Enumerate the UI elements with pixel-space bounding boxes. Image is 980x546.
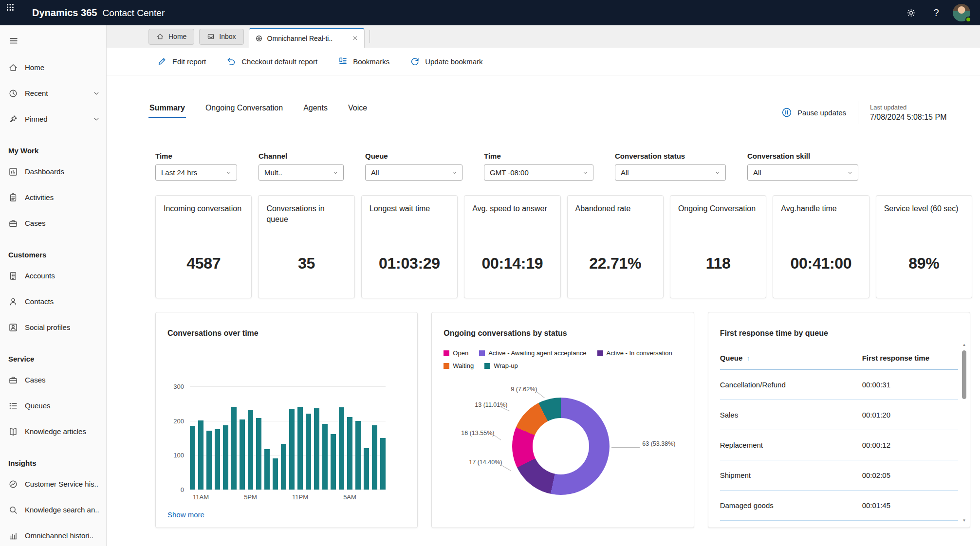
bar[interactable] [339,407,344,490]
gear-icon [906,8,916,18]
window-tab-omnichannel-real-ti[interactable]: Omnichannel Real-ti.. [249,28,365,48]
kpi-card-ongoing-conversation[interactable]: Ongoing Conversation118 [670,195,766,298]
table-row-replacement[interactable]: Replacement00:00:12 [720,430,958,460]
sidebar-item-dashboards[interactable]: Dashboards [0,159,106,184]
table-row-technical-assistance[interactable]: Technical assistance00:00:25 [720,521,958,528]
report-tab-agents[interactable]: Agents [303,104,328,118]
bar[interactable] [355,421,361,490]
legend-item-active-in-conversation[interactable]: Active - In conversation [597,349,672,357]
scroll-up-icon[interactable]: ▲ [961,342,967,348]
column-header-first-response-time[interactable]: First response time [862,354,958,362]
legend-item-wrap-up[interactable]: Wrap-up [484,362,518,369]
kpi-card-conversations-in-queue[interactable]: Conversations in queue35 [258,195,354,298]
bar[interactable] [198,420,203,490]
filter-dropdown-channel[interactable]: Mult.. [259,164,344,181]
sidebar-item-home[interactable]: Home [0,55,106,80]
window-tab-home[interactable]: Home [148,29,194,45]
sidebar-item-knowledge-articles[interactable]: Knowledge articles [0,419,106,444]
bar[interactable] [248,410,253,490]
chart-title: Ongoing conversations by status [444,329,682,338]
bar[interactable] [190,426,195,490]
kpi-card-incoming-conversation[interactable]: Incoming conversation4587 [155,195,252,298]
knowledge-icon [8,427,18,437]
bar[interactable] [364,448,369,490]
sidebar-item-omnichannel-histori[interactable]: Omnichannel histori.. [0,523,106,546]
app-launcher-button[interactable] [6,3,25,22]
table-scrollbar[interactable]: ▲ ▼ [961,342,967,524]
toolbar-button-update-bookmark[interactable]: Update bookmark [410,56,482,66]
sidebar-item-recent[interactable]: Recent [0,80,106,106]
toolbar-button-edit-report[interactable]: Edit report [157,56,206,66]
bar[interactable] [264,449,270,490]
bar[interactable] [273,458,278,490]
sidebar-item-pinned[interactable]: Pinned [0,106,106,132]
chevron-down-icon[interactable] [92,90,100,97]
bar[interactable] [206,431,212,490]
bar[interactable] [314,408,319,490]
user-avatar[interactable] [953,4,970,21]
kpi-card-longest-wait-time[interactable]: Longest wait time01:03:29 [361,195,458,298]
bar[interactable] [215,429,220,490]
bar[interactable] [256,418,261,490]
bar[interactable] [223,425,228,490]
kpi-card-avg-handle-time[interactable]: Avg.handle time00:41:00 [773,195,869,298]
table-row-cancellation-refund[interactable]: Cancellation/Refund00:00:31 [720,370,958,400]
bar[interactable] [331,434,336,490]
legend-item-active-awaiting-agent-acceptance[interactable]: Active - Awaiting agent acceptance [479,349,586,357]
filter-dropdown-queue[interactable]: All [365,164,462,181]
sidebar-item-cases[interactable]: Cases [0,367,106,393]
bar[interactable] [231,407,237,490]
sidebar-item-label: Knowledge search an.. [25,506,99,514]
bar[interactable] [306,414,311,490]
sidebar-item-queues[interactable]: Queues [0,393,106,419]
report-tab-ongoing-conversation[interactable]: Ongoing Conversation [205,104,283,118]
sidebar-item-social-profiles[interactable]: Social profiles [0,314,106,340]
bar[interactable] [347,417,352,490]
pause-updates-label: Pause updates [797,109,846,117]
settings-button[interactable] [902,4,920,21]
table-row-shipment[interactable]: Shipment00:02:05 [720,460,958,491]
chevron-down-icon [847,169,853,176]
collapse-nav-button[interactable] [4,31,23,51]
sidebar-item-knowledge-search-an[interactable]: Knowledge search an.. [0,497,106,523]
bar[interactable] [297,407,303,490]
help-button[interactable]: ? [927,4,945,21]
close-icon[interactable] [352,35,358,41]
kpi-card-service-level-60-sec[interactable]: Service level (60 sec)89% [876,195,972,298]
scroll-down-icon[interactable]: ▼ [961,517,967,524]
bar[interactable] [372,425,377,490]
legend-item-open[interactable]: Open [444,349,468,357]
report-tab-voice[interactable]: Voice [348,104,367,118]
kpi-card-avg-speed-to-answer[interactable]: Avg. speed to answer00:14:19 [464,195,560,298]
chevron-down-icon[interactable] [92,115,100,123]
sidebar-item-cases[interactable]: Cases [0,210,106,236]
filter-dropdown-conversation-skill[interactable]: All [747,164,858,181]
report-tab-summary[interactable]: Summary [149,104,185,118]
sidebar-item-activities[interactable]: Activities [0,184,106,210]
bar[interactable] [289,409,295,490]
filter-dropdown-time[interactable]: GMT -08:00 [484,164,593,181]
pause-updates-button[interactable]: Pause updates [781,107,846,118]
kpi-card-abandoned-rate[interactable]: Abandoned rate22.71% [567,195,664,298]
bar[interactable] [240,419,245,490]
toolbar-button-bookmarks[interactable]: Bookmarks [338,56,389,66]
sidebar-item-customer-service-his[interactable]: Customer Service his.. [0,471,106,497]
filter-dropdown-conversation-status[interactable]: All [615,164,726,181]
table-row-sales[interactable]: Sales00:01:20 [720,400,958,430]
top-app-bar: Dynamics 365 Contact Center ? [0,0,980,25]
donut-chart[interactable] [512,398,610,495]
window-tab-inbox[interactable]: Inbox [199,29,243,45]
bar[interactable] [322,424,328,490]
toolbar-button-checkout-default-report[interactable]: Checkout default report [226,56,317,66]
queue-name: Shipment [720,471,862,479]
bar[interactable] [380,438,386,490]
filter-dropdown-time[interactable]: Last 24 hrs [155,164,237,181]
table-row-damaged-goods[interactable]: Damaged goods00:01:45 [720,491,958,521]
legend-item-waiting[interactable]: Waiting [444,362,474,369]
bar[interactable] [281,444,286,490]
sidebar-item-accounts[interactable]: Accounts [0,263,106,289]
scrollbar-thumb[interactable] [962,350,966,399]
column-header-queue[interactable]: Queue ↑ [720,354,862,362]
sidebar-item-contacts[interactable]: Contacts [0,289,106,314]
show-more-link[interactable]: Show more [167,510,204,519]
